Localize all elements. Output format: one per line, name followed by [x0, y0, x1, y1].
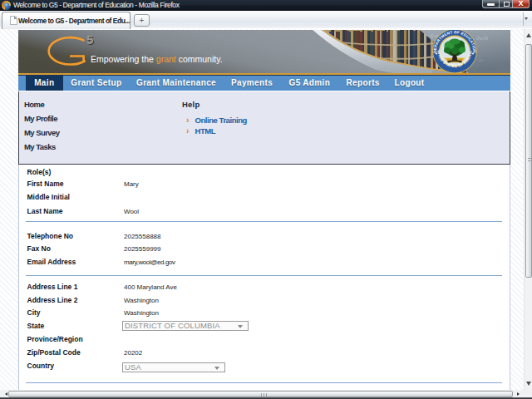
- svg-text:5: 5: [86, 32, 93, 47]
- svg-text:∂u/∂t: ∂u/∂t: [476, 35, 489, 42]
- svg-text:λₙ: λₙ: [478, 57, 484, 63]
